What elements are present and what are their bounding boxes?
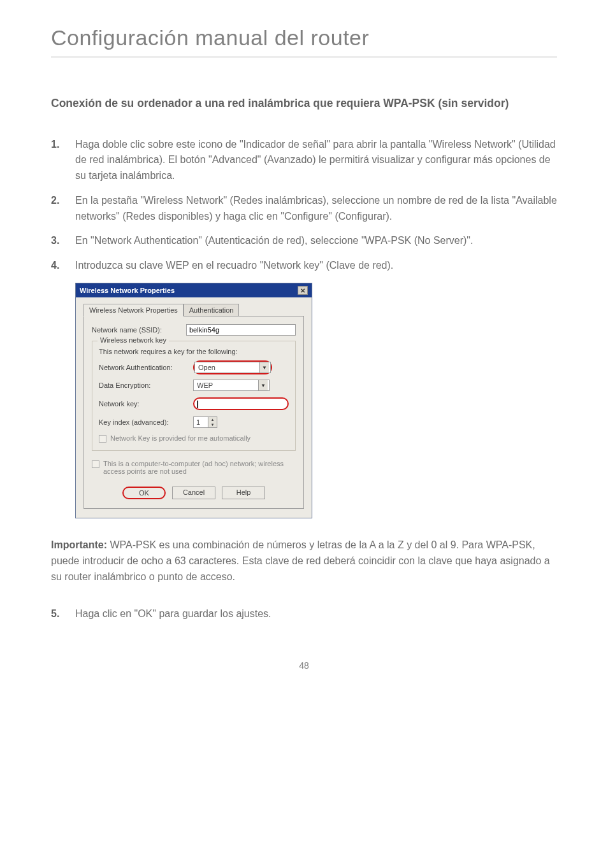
key-index-label: Key index (advanced): [99, 418, 189, 426]
adhoc-checkbox[interactable] [92, 460, 99, 468]
list-item: 3. En "Network Authentication" (Autentic… [51, 233, 557, 249]
step-number: 5. [51, 606, 75, 622]
step-text: Introduzca su clave WEP en el recuadro "… [75, 258, 557, 274]
auth-select[interactable]: Open ▼ [194, 362, 271, 373]
dialog-titlebar: Wireless Network Properties ✕ [76, 283, 312, 297]
chevron-down-icon: ▼ [259, 362, 269, 373]
step-text: En la pestaña "Wireless Network" (Redes … [75, 193, 557, 225]
step-text: Haga clic en "OK" para guardar los ajust… [75, 606, 557, 622]
encryption-label: Data Encryption: [99, 381, 189, 389]
wireless-key-group: Wireless network key This network requir… [92, 341, 296, 451]
adhoc-row: This is a computer-to-computer (ad hoc) … [92, 460, 296, 475]
step-number: 4. [51, 258, 75, 274]
step-number: 3. [51, 233, 75, 249]
tab-wireless-properties[interactable]: Wireless Network Properties [83, 304, 184, 317]
encryption-value: WEP [197, 381, 213, 389]
tab-authentication[interactable]: Authentication [184, 304, 240, 317]
tab-panel: Network name (SSID): Wireless network ke… [83, 316, 304, 509]
dialog-title: Wireless Network Properties [80, 287, 175, 294]
network-key-label: Network key: [99, 400, 189, 408]
dialog-screenshot: Wireless Network Properties ✕ Wireless N… [75, 283, 557, 518]
auto-key-row: Network Key is provided for me automatic… [99, 434, 289, 443]
network-key-row: Network key: [99, 397, 289, 410]
key-index-spinner[interactable]: 1 ▲▼ [193, 416, 217, 428]
step-text: Haga doble clic sobre este icono de "Ind… [75, 137, 557, 184]
page-title: Configuración manual del router [51, 25, 557, 57]
help-button[interactable]: Help [222, 487, 265, 499]
network-name-input[interactable] [186, 324, 296, 336]
page-number: 48 [51, 660, 557, 671]
step-number: 1. [51, 137, 75, 184]
ok-button[interactable]: OK [122, 487, 166, 499]
step-text: En "Network Authentication" (Autenticaci… [75, 233, 557, 249]
steps-list: 1. Haga doble clic sobre este icono de "… [51, 137, 557, 274]
dialog-body: Wireless Network Properties Authenticati… [76, 297, 312, 518]
adhoc-label: This is a computer-to-computer (ad hoc) … [103, 460, 296, 475]
highlight-oval: Open ▼ [193, 360, 272, 374]
network-name-label: Network name (SSID): [92, 326, 182, 334]
list-item: 1. Haga doble clic sobre este icono de "… [51, 137, 557, 184]
dialog-tabs: Wireless Network Properties Authenticati… [83, 304, 304, 317]
encryption-select[interactable]: WEP ▼ [193, 380, 270, 391]
close-icon[interactable]: ✕ [298, 286, 308, 295]
section-heading: Conexión de su ordenador a una red inalá… [51, 96, 557, 111]
encryption-row: Data Encryption: WEP ▼ [99, 380, 289, 391]
list-item: 4. Introduzca su clave WEP en el recuadr… [51, 258, 557, 274]
key-index-row: Key index (advanced): 1 ▲▼ [99, 416, 289, 428]
list-item: 5. Haga clic en "OK" para guardar los aj… [51, 606, 557, 622]
auto-key-label: Network Key is provided for me automatic… [110, 434, 250, 442]
network-key-input[interactable] [193, 397, 289, 410]
cancel-button[interactable]: Cancel [172, 487, 215, 499]
important-text: WPA-PSK es una combinación de números y … [51, 539, 550, 582]
group-title: Wireless network key [98, 336, 169, 344]
step-number: 2. [51, 193, 75, 225]
chevron-down-icon: ▼ [258, 380, 268, 390]
important-paragraph: Importante: WPA-PSK es una combinación d… [51, 537, 557, 585]
steps-list-continued: 5. Haga clic en "OK" para guardar los aj… [51, 606, 557, 622]
key-index-value: 1 [196, 418, 200, 426]
list-item: 2. En la pestaña "Wireless Network" (Red… [51, 193, 557, 225]
important-label: Importante: [51, 539, 107, 550]
wireless-properties-dialog: Wireless Network Properties ✕ Wireless N… [75, 283, 312, 518]
dialog-button-row: OK Cancel Help [92, 487, 296, 499]
group-subtext: This network requires a key for the foll… [99, 348, 289, 355]
auth-label: Network Authentication: [99, 364, 189, 371]
network-name-row: Network name (SSID): [92, 324, 296, 336]
auto-key-checkbox[interactable] [99, 435, 106, 443]
auth-row: Network Authentication: Open ▼ [99, 360, 289, 374]
auth-value: Open [198, 364, 215, 371]
spinner-arrows[interactable]: ▲▼ [208, 417, 217, 427]
